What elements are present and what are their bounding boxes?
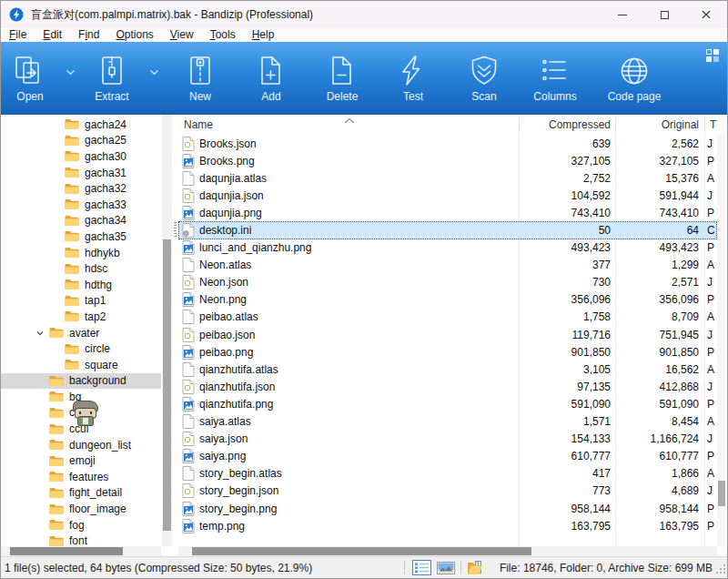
sidebar-item-hdthg[interactable]: hdthg — [1, 277, 161, 293]
toolbar-open-button[interactable]: Open — [1, 52, 59, 107]
menu-item-help[interactable]: Help — [244, 28, 283, 42]
sidebar-item-dungeon_list[interactable]: dungeon_list — [1, 437, 161, 453]
file-row-peibao.json[interactable]: peibao.json119,716751,945J — [178, 326, 717, 343]
close-button[interactable] — [685, 1, 727, 28]
toolbar-new-button[interactable]: New — [165, 52, 236, 107]
sidebar-item-features[interactable]: features — [1, 469, 161, 485]
sidebar-item-gacha34[interactable]: gacha34 — [1, 213, 161, 229]
file-list-pane: Name Compressed Original T Brooks.json63… — [178, 115, 727, 556]
column-divider[interactable] — [615, 117, 616, 132]
column-divider[interactable] — [704, 117, 705, 132]
file-type: A — [707, 363, 714, 376]
column-header-original[interactable]: Original — [616, 118, 699, 131]
sidebar-item-avater[interactable]: avater — [1, 325, 161, 341]
file-row-desktop.ini[interactable]: desktop.ini5064C — [178, 221, 717, 239]
sidebar-item-circle[interactable]: circle — [1, 340, 161, 357]
sidebar-vertical-scrollbar[interactable] — [162, 115, 172, 546]
list-vertical-scrollbar[interactable] — [717, 135, 726, 546]
sidebar-item-tap1[interactable]: tap1 — [1, 293, 161, 310]
menu-item-find[interactable]: Find — [70, 28, 107, 42]
sidebar-horizontal-scrollbar[interactable] — [1, 546, 161, 556]
file-row-Brooks.json[interactable]: Brooks.json6392,562J — [178, 135, 717, 152]
list-horizontal-scrollbar-thumb[interactable] — [192, 547, 531, 555]
column-divider[interactable] — [519, 117, 520, 132]
menu-item-tools[interactable]: Tools — [202, 28, 244, 42]
sidebar-item-gacha30[interactable]: gacha30 — [1, 148, 161, 165]
menu-item-edit[interactable]: Edit — [35, 28, 70, 42]
file-row-daqunjia.atlas[interactable]: daqunjia.atlas2,75215,376A — [178, 169, 717, 187]
sidebar-item-tap2[interactable]: tap2 — [1, 309, 161, 325]
sidebar-item-hdsc[interactable]: hdsc — [1, 260, 161, 277]
file-type: A — [707, 467, 714, 480]
list-vertical-scrollbar-thumb[interactable] — [718, 481, 725, 506]
file-row-saiya.png[interactable]: saiya.png610,777610,777P — [178, 448, 717, 465]
file-row-qianzhutifa.png[interactable]: qianzhutifa.png591,090591,090P — [178, 395, 717, 412]
toolbar-columns-button[interactable]: Columns — [520, 52, 591, 107]
extract-dropdown-chevron-icon[interactable] — [143, 52, 165, 92]
folder-icon — [65, 183, 79, 195]
file-row-Neon.png[interactable]: Neon.png356,096356,096P — [178, 291, 717, 309]
file-row-Neon.atlas[interactable]: Neon.atlas3771,299A — [178, 257, 717, 274]
file-row-Brooks.png[interactable]: Brooks.png327,105327,105P — [178, 152, 717, 169]
file-row-daqunjia.json[interactable]: daqunjia.json104,592591,944J — [178, 187, 717, 204]
file-rows: Brooks.json6392,562JBrooks.png327,105327… — [178, 135, 717, 546]
menu-item-options[interactable]: Options — [107, 28, 161, 42]
file-row-temp.png[interactable]: temp.png163,795163,795P — [178, 517, 717, 534]
sidebar-item-fight_detail[interactable]: fight_detail — [1, 485, 161, 502]
folder-label: gacha24 — [85, 118, 126, 131]
sidebar-vertical-scrollbar-thumb[interactable] — [163, 239, 171, 531]
grid-layout-toggle-icon[interactable] — [706, 49, 719, 66]
file-row-Neon.json[interactable]: Neon.json7302,571J — [178, 274, 717, 291]
file-row-saiya.json[interactable]: saiya.json154,1331,166,724J — [178, 431, 717, 448]
menu-item-view[interactable]: View — [162, 28, 202, 42]
toolbar-delete-button[interactable]: Delete — [307, 52, 378, 107]
sidebar-item-gacha24[interactable]: gacha24 — [1, 117, 161, 133]
sidebar-item-gacha31[interactable]: gacha31 — [1, 165, 161, 181]
file-row-story_begin.png[interactable]: story_begin.png958,144958,144P — [178, 500, 717, 517]
column-header-name[interactable]: Name — [184, 118, 213, 131]
file-row-peibao.png[interactable]: peibao.png901,850901,850P — [178, 343, 717, 361]
chevron-down-icon[interactable] — [35, 328, 45, 340]
file-row-daqunjia.png[interactable]: daqunjia.png743,410743,410P — [178, 204, 717, 221]
minimize-button[interactable] — [602, 1, 643, 28]
list-horizontal-scrollbar[interactable] — [178, 546, 717, 556]
sidebar-item-font[interactable]: font — [1, 533, 161, 546]
sidebar-item-gacha32[interactable]: gacha32 — [1, 180, 161, 197]
sidebar-item-hdhykb[interactable]: hdhykb — [1, 245, 161, 261]
file-row-story_begin.atlas[interactable]: story_begin.atlas4171,866A — [178, 465, 717, 482]
column-header-compressed[interactable]: Compressed — [515, 118, 611, 131]
open-archive-folder-button[interactable] — [467, 560, 484, 575]
menu-item-file[interactable]: File — [1, 28, 35, 42]
thumbnails-view-button[interactable] — [437, 562, 455, 574]
sidebar-item-fog[interactable]: fog — [1, 517, 161, 533]
sidebar-horizontal-scrollbar-thumb[interactable] — [10, 547, 123, 555]
details-view-button[interactable] — [412, 560, 431, 575]
maximize-button[interactable] — [643, 1, 685, 28]
toolbar-test-button[interactable]: Test — [378, 52, 449, 107]
open-dropdown-chevron-icon[interactable] — [59, 52, 81, 92]
sidebar-item-gacha33[interactable]: gacha33 — [1, 197, 161, 213]
file-row-saiya.atlas[interactable]: saiya.atlas1,5718,454A — [178, 413, 717, 431]
sidebar-item-emoji[interactable]: emoji — [1, 452, 161, 469]
resize-grip[interactable] — [715, 564, 726, 577]
compressed-size: 743,410 — [515, 207, 611, 219]
toolbar-scan-button[interactable]: Scan — [449, 52, 520, 107]
toolbar-extract-button[interactable]: Extract — [81, 52, 143, 107]
column-header-type[interactable]: T — [710, 118, 716, 131]
sidebar-item-gacha25[interactable]: gacha25 — [1, 133, 161, 149]
file-row-qianzhutifa.json[interactable]: qianzhutifa.json97,135412,868J — [178, 378, 717, 395]
toolbar-add-button[interactable]: Add — [236, 52, 307, 107]
sidebar-item-square[interactable]: square — [1, 357, 161, 373]
original-size: 1,866 — [616, 467, 699, 480]
original-size: 2,571 — [616, 276, 699, 289]
file-row-qianzhutifa.atlas[interactable]: qianzhutifa.atlas3,10516,562A — [178, 361, 717, 378]
file-row-story_begin.json[interactable]: story_begin.json7734,689J — [178, 482, 717, 500]
file-row-peibao.atlas[interactable]: peibao.atlas1,7588,709A — [178, 309, 717, 326]
toolbar-codepage-button[interactable]: Code page — [591, 52, 678, 107]
file-row-lunci_and_qianzhu.png[interactable]: lunci_and_qianzhu.png493,423493,423P — [178, 239, 717, 257]
json-file-icon — [182, 188, 195, 203]
sidebar-item-floor_image[interactable]: floor_image — [1, 501, 161, 517]
pane-splitter[interactable] — [172, 115, 178, 556]
sidebar-item-background[interactable]: background — [1, 373, 161, 390]
sidebar-item-gacha35[interactable]: gacha35 — [1, 229, 161, 245]
